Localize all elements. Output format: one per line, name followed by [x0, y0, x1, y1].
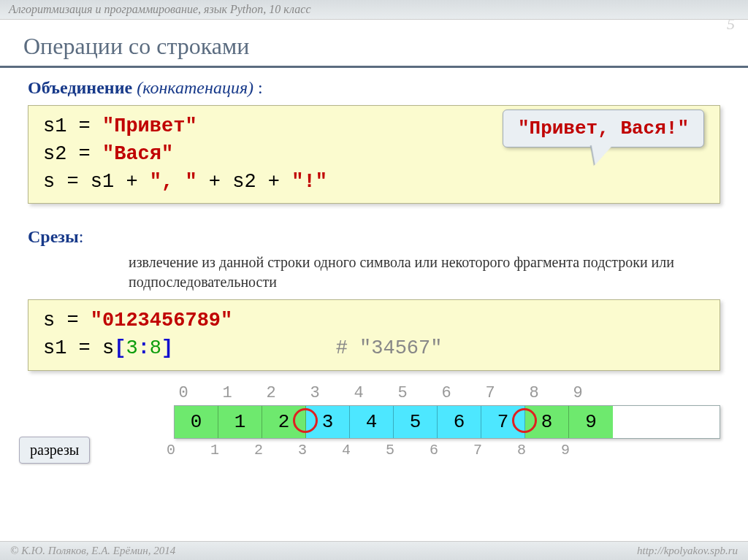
index-cell: 8: [513, 384, 557, 402]
index-cell: 0: [162, 384, 206, 402]
heading-italic: (конкатенация): [137, 78, 253, 97]
index-cell: 3: [294, 384, 337, 402]
footer: © К.Ю. Поляков, Е.А. Ерёмин, 2014 http:/…: [0, 541, 748, 560]
strip-cell: 5: [394, 406, 438, 438]
boundary-cell: 7: [456, 442, 500, 459]
boundary-cell: 2: [237, 442, 280, 459]
code-line: s = "0123456789": [43, 307, 705, 335]
boundary-cell: 5: [368, 442, 412, 459]
boundary-cell: 4: [324, 442, 368, 459]
strip-cell: 8: [525, 406, 569, 438]
index-cell: 9: [557, 384, 600, 402]
slices-label: Срезы: [28, 227, 79, 246]
boundary-row: 0123456789: [149, 442, 720, 459]
index-cell: 4: [337, 384, 381, 402]
index-cell: 6: [425, 384, 469, 402]
strip-cell: 9: [569, 406, 613, 438]
index-cell: 2: [250, 384, 294, 402]
heading-bold: Объединение: [28, 78, 132, 97]
footer-right: http://kpolyakov.spb.ru: [637, 545, 738, 557]
header-breadcrumb: Алгоритмизация и программирование, язык …: [0, 0, 748, 20]
result-callout: "Привет, Вася!": [503, 110, 704, 147]
boundary-cell: 1: [193, 442, 237, 459]
boundary-cell: 8: [500, 442, 543, 459]
boundary-cell: 0: [149, 442, 193, 459]
footer-left: © К.Ю. Поляков, Е.А. Ерёмин, 2014: [10, 545, 175, 557]
boundary-cell: 3: [280, 442, 324, 459]
breadcrumb-text: Алгоритмизация и программирование, язык …: [9, 3, 310, 15]
code-line: s = s1 + ", " + s2 + "!": [43, 169, 705, 196]
boundary-cell: 9: [543, 442, 587, 459]
index-row-top: 0123456789: [162, 384, 720, 402]
strip-cell: 7: [481, 406, 525, 438]
section2-heading: Срезы:: [28, 227, 83, 247]
strip-cell: 1: [218, 406, 262, 438]
strip-cell: 6: [438, 406, 481, 438]
strip-cell: 2: [262, 406, 306, 438]
code-comment: # "34567": [336, 337, 443, 359]
heading-colon: :: [253, 78, 263, 97]
page-title: Операции со строками: [0, 28, 748, 68]
boundary-cell: 6: [412, 442, 456, 459]
index-cell: 7: [469, 384, 513, 402]
index-cell: 1: [206, 384, 250, 402]
strip-cell: 4: [350, 406, 394, 438]
page-number: 5: [727, 15, 735, 34]
strip-cell: 3: [306, 406, 350, 438]
code-line: s1 = s[3:8] # "34567": [43, 335, 705, 363]
strip-cell: 0: [175, 406, 218, 438]
callout-text: "Привет, Вася!": [518, 118, 689, 139]
cuts-label: разрезы: [19, 437, 90, 464]
code-box-slice: s = "0123456789" s1 = s[3:8] # "34567": [28, 299, 720, 371]
slices-description: извлечение из данной строки одного симво…: [129, 253, 720, 292]
section1-heading: Объединение (конкатенация) :: [28, 78, 720, 98]
index-cell: 5: [381, 384, 425, 402]
string-strip: 0123456789: [174, 405, 720, 439]
